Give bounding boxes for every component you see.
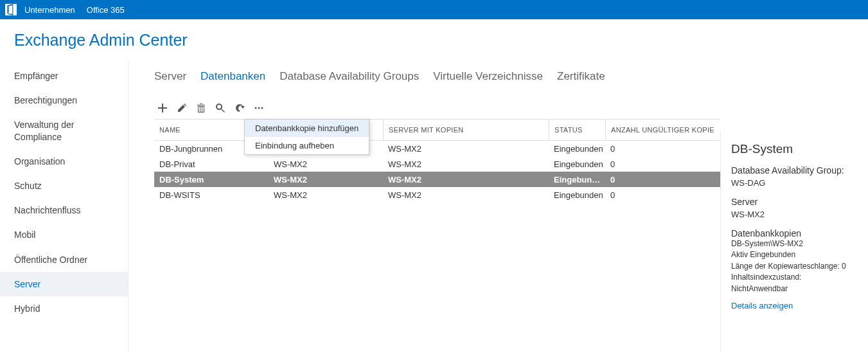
more-icon[interactable] [253, 102, 265, 114]
details-link[interactable]: Details anzeigen [731, 301, 793, 310]
top-bar: Unternehmen Office 365 [0, 0, 868, 19]
svg-point-2 [261, 107, 263, 109]
sidebar-item[interactable]: Nachrichtenfluss [0, 198, 128, 222]
col-header-status[interactable]: STATUS [549, 120, 605, 140]
tab[interactable]: Datenbanken [200, 70, 265, 83]
cell: WS-MX2 [383, 175, 549, 184]
details-server-label: Server [731, 197, 858, 207]
details-server-value: WS-MX2 [731, 210, 858, 219]
edit-icon[interactable] [176, 102, 188, 114]
tab[interactable]: Zertifikate [557, 70, 605, 83]
sidebar-item[interactable]: Öffentliche Ordner [0, 248, 128, 272]
cell: DB-System [154, 175, 269, 184]
sidebar-item[interactable]: Hybrid [0, 296, 128, 321]
sidebar-item[interactable]: Server [0, 272, 128, 296]
database-grid: NAME SERVER MIT KOPIEN STATUS ANZAHL UNG… [154, 119, 720, 203]
cell: WS-MX2 [269, 175, 383, 184]
sidebar-item[interactable]: Empfänger [0, 64, 128, 88]
cell: Eingebunden [549, 144, 605, 154]
sidebar-item[interactable]: Berechtigungen [0, 88, 128, 113]
cell: Eingebund… [549, 175, 605, 184]
tab-bar: ServerDatenbankenDatabase Availability G… [154, 61, 720, 100]
sidebar: EmpfängerBerechtigungenVerwaltung der Co… [0, 61, 128, 351]
details-copies-label: Datenbankkopien [731, 228, 858, 239]
table-row[interactable]: DB-PrivatWS-MX2WS-MX2Eingebunden0 [154, 156, 720, 172]
table-row[interactable]: DB-WSITSWS-MX2WS-MX2Eingebunden0 [154, 187, 720, 203]
cell: 0 [605, 190, 714, 200]
cell: Eingebunden [549, 159, 605, 169]
cell: WS-MX2 [383, 190, 549, 200]
context-menu-item[interactable]: Datenbankkopie hinzufügen [245, 120, 369, 137]
cell: WS-MX2 [269, 159, 383, 169]
cell: Eingebunden [549, 190, 605, 200]
table-row[interactable]: DB-SystemWS-MX2WS-MX2Eingebund…0 [154, 172, 720, 187]
sidebar-item[interactable]: Verwaltung der Compliance [0, 113, 128, 148]
tab[interactable]: Virtuelle Verzeichnisse [433, 70, 543, 83]
details-dag-value: WS-DAG [731, 178, 858, 188]
table-row[interactable]: DB-JungbrunnenWS-MX2Eingebunden0 [154, 141, 720, 156]
cell: 0 [605, 159, 714, 169]
col-header-invalid[interactable]: ANZAHL UNGÜLTIGER KOPIEN [605, 120, 714, 140]
context-menu-item[interactable]: Einbindung aufheben [245, 137, 369, 154]
sidebar-item[interactable]: Mobil [0, 222, 128, 247]
cell: 0 [605, 175, 714, 184]
nav-office365[interactable]: Office 365 [87, 5, 125, 15]
delete-icon[interactable] [195, 102, 207, 114]
col-header-copies[interactable]: SERVER MIT KOPIEN [383, 120, 549, 140]
details-copy-name: DB-System\WS-MX2 [731, 239, 858, 249]
svg-point-1 [258, 107, 260, 109]
details-copy-status: Aktiv Eingebunden [731, 249, 858, 260]
tab[interactable]: Database Availability Groups [279, 70, 419, 83]
search-icon[interactable] [215, 102, 226, 114]
cell: 0 [605, 144, 714, 154]
details-dag-label: Database Availability Group: [731, 165, 858, 176]
details-pane: DB-System Database Availability Group: W… [720, 132, 868, 351]
refresh-icon[interactable] [234, 102, 245, 114]
sidebar-item[interactable]: Organisation [0, 149, 128, 174]
add-icon[interactable] [157, 102, 168, 114]
cell: WS-MX2 [383, 159, 549, 169]
cell: WS-MX2 [383, 144, 549, 154]
office-logo-icon [5, 4, 17, 15]
cell: DB-WSITS [154, 190, 269, 200]
details-title: DB-System [731, 142, 858, 156]
svg-point-0 [255, 107, 257, 109]
sidebar-item[interactable]: Schutz [0, 174, 128, 198]
context-menu: Datenbankkopie hinzufügenEinbindung aufh… [244, 119, 369, 155]
cell: DB-Privat [154, 159, 269, 169]
grid-header: NAME SERVER MIT KOPIEN STATUS ANZAHL UNG… [154, 119, 720, 141]
tab[interactable]: Server [154, 70, 186, 83]
nav-company[interactable]: Unternehmen [24, 5, 75, 15]
page-title: Exchange Admin Center [0, 19, 868, 61]
toolbar [154, 100, 720, 119]
cell: WS-MX2 [269, 190, 383, 200]
details-index: Inhaltsindexzustand: NichtAnwendbar [731, 272, 858, 294]
details-queue: Länge der Kopiewarteschlange: 0 [731, 261, 858, 272]
